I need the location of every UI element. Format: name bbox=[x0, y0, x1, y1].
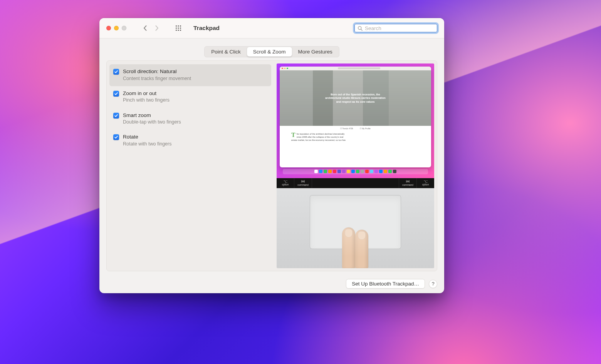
preview-close-icon bbox=[282, 68, 283, 69]
checkbox-scroll-direction[interactable] bbox=[113, 69, 119, 75]
preview-dropcap: T bbox=[291, 133, 297, 137]
tab-bar: Point & Click Scroll & Zoom More Gesture… bbox=[204, 46, 339, 57]
option-text: Smart zoom Double-tap with two fingers bbox=[123, 112, 181, 125]
preview-body-line: he reputation of the architect declined … bbox=[297, 133, 345, 135]
touchbar-key-option-right: option bbox=[417, 178, 434, 188]
history-nav bbox=[140, 23, 162, 33]
svg-point-1 bbox=[178, 25, 179, 27]
svg-point-0 bbox=[176, 25, 177, 27]
window-controls bbox=[106, 26, 126, 30]
touchbar-gap bbox=[312, 178, 399, 188]
option-rotate[interactable]: Rotate Rotate with two fingers bbox=[109, 130, 271, 152]
touchbar-key-command-left: command bbox=[294, 178, 312, 188]
svg-line-10 bbox=[361, 29, 362, 30]
svg-point-5 bbox=[180, 27, 181, 28]
option-zoom-in-out[interactable]: Zoom in or out Pinch with two fingers bbox=[109, 86, 271, 108]
svg-point-6 bbox=[176, 30, 177, 31]
minimize-window-button[interactable] bbox=[114, 26, 119, 30]
options-list: Scroll direction: Natural Content tracks… bbox=[109, 63, 271, 268]
forward-button[interactable] bbox=[152, 23, 162, 33]
chevron-left-icon bbox=[143, 25, 148, 31]
touchbar-label: option bbox=[422, 183, 429, 186]
svg-point-4 bbox=[178, 27, 179, 28]
preview-max-icon bbox=[287, 68, 288, 69]
window-title: Trackpad bbox=[193, 25, 220, 32]
search-icon bbox=[358, 26, 363, 31]
preview-dock bbox=[283, 169, 428, 174]
preview-url-bar bbox=[289, 67, 430, 69]
option-text: Scroll direction: Natural Content tracks… bbox=[123, 68, 191, 82]
preview-laptop-body bbox=[277, 188, 434, 268]
help-button[interactable]: ? bbox=[429, 280, 437, 288]
preview-min-icon bbox=[284, 68, 286, 69]
svg-point-2 bbox=[180, 25, 181, 27]
checkmark-icon bbox=[114, 114, 118, 118]
option-text: Zoom in or out Pinch with two fingers bbox=[123, 90, 170, 104]
preview-touchbar: option command command option bbox=[277, 178, 434, 188]
settings-panel: Scroll direction: Natural Content tracks… bbox=[106, 60, 437, 271]
zoom-window-button[interactable] bbox=[122, 26, 126, 30]
preview-hero-line: and respect as its core values bbox=[336, 100, 375, 103]
footer: Set Up Bluetooth Trackpad… ? bbox=[99, 275, 444, 293]
checkbox-zoom-in-out[interactable] bbox=[113, 91, 119, 97]
preferences-window: Trackpad Point & Click Scroll & Zoom Mor… bbox=[99, 18, 444, 293]
touchbar-label: command bbox=[297, 184, 309, 186]
checkmark-icon bbox=[114, 135, 118, 139]
search-field[interactable] bbox=[353, 22, 439, 34]
preview-hero-line: Born out of the Spanish recession, the bbox=[331, 93, 380, 96]
option-title: Smart zoom bbox=[123, 112, 181, 119]
checkbox-smart-zoom[interactable] bbox=[113, 113, 119, 119]
option-subtitle: Double-tap with two fingers bbox=[123, 119, 181, 125]
option-title: Scroll direction: Natural bbox=[123, 68, 191, 75]
search-input[interactable] bbox=[365, 25, 434, 31]
checkmark-icon bbox=[114, 92, 118, 96]
touchbar-key-command-right: command bbox=[399, 178, 417, 188]
touchbar-label: command bbox=[402, 184, 413, 186]
tab-more-gestures[interactable]: More Gestures bbox=[292, 47, 339, 57]
svg-point-3 bbox=[176, 27, 177, 28]
checkmark-icon bbox=[114, 70, 118, 74]
preview-screen: Born out of the Spanish recession, the a… bbox=[277, 63, 434, 178]
chevron-right-icon bbox=[154, 25, 159, 31]
setup-bluetooth-trackpad-button[interactable]: Set Up Bluetooth Trackpad… bbox=[346, 279, 425, 289]
preview-body-line: estate market, but as the economy recove… bbox=[291, 139, 346, 141]
option-title: Zoom in or out bbox=[123, 90, 170, 97]
option-key-icon bbox=[284, 180, 287, 183]
preview-browser-window: Born out of the Spanish recession, the a… bbox=[280, 67, 431, 167]
option-subtitle: Pinch with two fingers bbox=[123, 97, 170, 103]
option-key-icon bbox=[424, 180, 428, 183]
preview-hero-line: architectural studio Mesura carries mode… bbox=[325, 97, 385, 99]
preview-meta-item: Trends 4739 bbox=[340, 127, 353, 130]
content: Point & Click Scroll & Zoom More Gesture… bbox=[99, 38, 444, 275]
tab-scroll-zoom[interactable]: Scroll & Zoom bbox=[247, 47, 292, 57]
gesture-preview: Born out of the Spanish recession, the a… bbox=[277, 63, 434, 268]
option-text: Rotate Rotate with two fingers bbox=[123, 134, 171, 147]
option-title: Rotate bbox=[123, 134, 171, 140]
preview-browser-titlebar bbox=[280, 67, 431, 70]
command-key-icon bbox=[406, 180, 410, 183]
preview-meta-item: My Profile bbox=[360, 127, 371, 130]
option-subtitle: Rotate with two fingers bbox=[123, 141, 171, 147]
option-scroll-direction[interactable]: Scroll direction: Natural Content tracks… bbox=[109, 64, 271, 86]
preview-fingers-icon bbox=[340, 223, 371, 268]
back-button[interactable] bbox=[140, 23, 150, 33]
option-subtitle: Content tracks finger movement bbox=[123, 75, 191, 82]
grid-icon bbox=[175, 25, 181, 31]
option-smart-zoom[interactable]: Smart zoom Double-tap with two fingers bbox=[109, 108, 271, 130]
touchbar-key-option-left: option bbox=[277, 178, 294, 188]
preview-meta: Trends 4739 My Profile bbox=[280, 126, 431, 130]
preview-body-text: T he reputation of the architect decline… bbox=[280, 130, 431, 167]
preview-body-line: since 2008 after the collapse of the cou… bbox=[297, 136, 343, 138]
svg-point-8 bbox=[180, 30, 181, 31]
checkbox-rotate[interactable] bbox=[113, 134, 119, 140]
command-key-icon bbox=[301, 180, 305, 183]
titlebar: Trackpad bbox=[99, 18, 444, 38]
tab-point-click[interactable]: Point & Click bbox=[205, 47, 247, 57]
show-all-button[interactable] bbox=[173, 23, 183, 33]
close-window-button[interactable] bbox=[106, 26, 111, 30]
preview-hero: Born out of the Spanish recession, the a… bbox=[280, 70, 431, 126]
svg-point-7 bbox=[178, 30, 179, 31]
touchbar-label: option bbox=[282, 183, 289, 186]
